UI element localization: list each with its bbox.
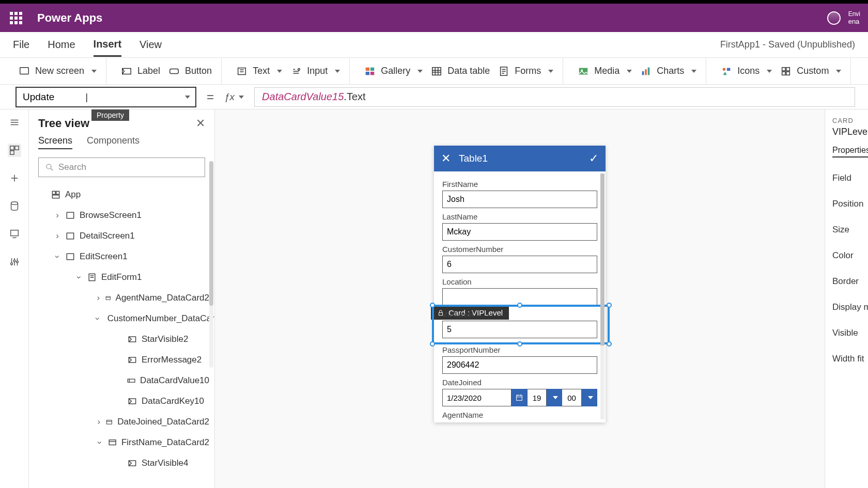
chevron-right-icon[interactable]: › (96, 294, 101, 302)
min-dropdown-icon[interactable] (582, 389, 597, 406)
node-icon (65, 231, 75, 241)
chevron-right-icon[interactable]: › (54, 212, 61, 219)
svg-point-16 (723, 68, 726, 71)
tree-item[interactable]: ›FirstName_DataCard2 (29, 432, 214, 453)
tree-item[interactable]: StarVisible2 (29, 329, 214, 350)
tree-item[interactable]: StarVisible4 (29, 453, 214, 474)
gallery-icon (364, 66, 376, 77)
tab-components[interactable]: Components (87, 135, 140, 149)
node-icon (127, 355, 137, 365)
input-button[interactable]: Input (288, 62, 342, 80)
prop-row[interactable]: Position (832, 199, 868, 209)
svg-point-25 (11, 202, 18, 205)
fx-button[interactable]: ƒx (224, 91, 244, 103)
input-min[interactable]: 00 (562, 389, 582, 406)
canvas[interactable]: ✕ Table1 ✓ FirstName LastName CustomerNu… (215, 109, 825, 488)
tree-item[interactable]: ›BrowseScreen1 (29, 205, 214, 226)
input-customernumber[interactable] (442, 256, 597, 273)
svg-rect-14 (645, 69, 647, 75)
menu-insert[interactable]: Insert (94, 33, 121, 57)
form-submit-icon[interactable]: ✓ (589, 152, 598, 165)
prop-row[interactable]: Border (832, 276, 868, 287)
form-close-icon[interactable]: ✕ (441, 152, 451, 165)
text-button[interactable]: Text (234, 62, 284, 80)
property-dropdown[interactable]: Update | Property (16, 87, 196, 107)
prop-row[interactable]: Color (832, 250, 868, 261)
new-screen-button[interactable]: New screen (17, 62, 99, 80)
node-icon (127, 396, 137, 406)
input-viplevel[interactable] (442, 321, 597, 338)
tree-item[interactable]: ›EditScreen1 (29, 246, 214, 267)
tab-screens[interactable]: Screens (38, 135, 72, 149)
input-date[interactable]: 1/23/2020 (442, 389, 512, 406)
prop-row[interactable]: Display mo (832, 302, 868, 312)
chevron-down-icon[interactable]: › (54, 253, 61, 260)
formula-bar: Update | Property = ƒx DataCardValue15.T… (0, 85, 868, 109)
tree-view-title: Tree view (38, 117, 89, 130)
svg-rect-15 (648, 67, 650, 75)
button-button[interactable]: Button (166, 62, 214, 80)
close-icon[interactable]: ✕ (196, 117, 205, 130)
search-input[interactable]: Search (38, 158, 205, 177)
media-button[interactable]: Media (576, 62, 634, 80)
input-firstname[interactable] (442, 191, 597, 208)
svg-rect-11 (579, 68, 588, 74)
hour-dropdown-icon[interactable] (547, 389, 562, 406)
svg-rect-5 (366, 67, 369, 70)
svg-point-30 (47, 164, 51, 169)
node-icon (127, 375, 136, 386)
tree-item[interactable]: ›DetailScreen1 (29, 226, 214, 246)
menu-file[interactable]: File (13, 34, 29, 56)
chevron-down-icon[interactable]: › (75, 274, 83, 281)
waffle-icon[interactable] (8, 10, 24, 26)
label-firstname: FirstName (442, 180, 597, 188)
chevron-down-icon[interactable]: › (94, 317, 101, 320)
chevron-right-icon[interactable]: › (96, 418, 101, 426)
tree-item[interactable]: ›AgentName_DataCard2 (29, 288, 214, 308)
icons-button[interactable]: Icons (719, 62, 774, 80)
props-tab[interactable]: Properties (832, 146, 868, 158)
tree-item[interactable]: DataCardValue10 (29, 370, 214, 391)
custom-button[interactable]: Custom (778, 62, 843, 80)
tree-item[interactable]: ›CustomerNumber_DataCard2 (29, 308, 214, 329)
node-icon (127, 334, 137, 344)
forms-button[interactable]: Forms (496, 62, 555, 80)
chevron-right-icon[interactable]: › (54, 232, 61, 240)
hamburger-icon[interactable] (8, 116, 21, 129)
label-button[interactable]: Label (119, 62, 162, 80)
tools-icon[interactable] (8, 255, 21, 269)
add-icon[interactable] (8, 171, 21, 185)
environment-icon[interactable] (827, 11, 841, 25)
tree-item-label: StarVisible4 (142, 458, 188, 468)
chevron-down-icon[interactable]: › (96, 439, 103, 446)
prop-row[interactable]: Width fit (832, 354, 868, 364)
prop-row[interactable]: Visible (832, 328, 868, 338)
tree-item[interactable]: ›EditForm1 (29, 267, 214, 288)
tree-item[interactable]: ErrorMessage2 (29, 350, 214, 370)
svg-rect-33 (52, 195, 59, 198)
media-rail-icon[interactable] (8, 227, 21, 241)
tree-item[interactable]: ›DateJoined_DataCard2 (29, 412, 214, 432)
forms-icon (498, 66, 509, 77)
charts-button[interactable]: Charts (638, 62, 699, 80)
form-scrollbar[interactable] (600, 174, 605, 419)
tree-item-label: FirstName_DataCard2 (121, 437, 209, 448)
input-hour[interactable]: 19 (527, 389, 547, 406)
data-table-button[interactable]: Data table (429, 62, 492, 80)
input-lastname[interactable] (442, 223, 597, 241)
calendar-icon[interactable] (512, 389, 527, 406)
menu-view[interactable]: View (140, 34, 162, 56)
prop-row[interactable]: Field (832, 173, 868, 183)
formula-input[interactable]: DataCardValue15.Text (254, 87, 855, 107)
svg-rect-6 (370, 67, 374, 70)
menu-home[interactable]: Home (48, 34, 75, 56)
tree-scrollbar[interactable] (209, 161, 213, 368)
tree-item[interactable]: DataCardKey10 (29, 391, 214, 412)
svg-point-28 (13, 260, 16, 262)
data-icon[interactable] (8, 199, 21, 213)
tree-item[interactable]: App (29, 184, 214, 205)
prop-row[interactable]: Size (832, 225, 868, 235)
tree-view-icon[interactable] (8, 144, 21, 157)
gallery-button[interactable]: Gallery (362, 62, 425, 80)
input-passportnumber[interactable] (442, 356, 597, 374)
